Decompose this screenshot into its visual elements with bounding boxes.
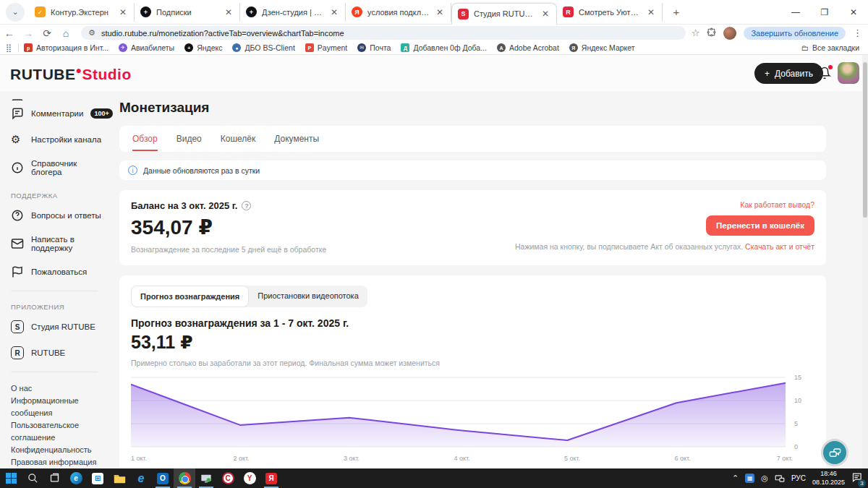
tab-close-icon[interactable]: ✕ — [224, 7, 234, 17]
tab-rutube-watch[interactable]: R Смотреть Уютная Беседка на ... ✕ — [557, 3, 663, 22]
bookmark-icon: A — [497, 43, 506, 52]
help-icon[interactable]: ? — [242, 201, 251, 210]
scrollbar-thumb[interactable] — [863, 62, 867, 218]
footer-link-about[interactable]: О нас — [11, 382, 101, 395]
taskbar-chrome-active[interactable] — [174, 468, 195, 488]
taskbar-ie[interactable]: e — [130, 468, 152, 488]
comment-icon — [11, 107, 24, 120]
tab-dzen-studio[interactable]: + Дзен-студия | Рутуб. Монетиз... ✕ — [240, 3, 346, 22]
sidebar-item-comments[interactable]: Комментарии 100+ — [0, 100, 109, 127]
taskbar-store[interactable]: ⊞ — [87, 468, 109, 488]
transfer-to-wallet-button[interactable]: Перенести в кошелёк — [706, 215, 814, 236]
footer-link-legal[interactable]: Правовая информация — [11, 456, 101, 468]
bookmark-item[interactable]: ✈ Авиабилеты — [114, 43, 179, 52]
sidebar-item-blogger-guide[interactable]: Справочник блогера — [0, 153, 109, 183]
bookmark-star-icon[interactable]: ☆ — [692, 27, 700, 38]
sidebar-item-faq[interactable]: Вопросы и ответы — [0, 202, 109, 228]
apps-grid-icon[interactable]: ⣿ — [0, 43, 18, 53]
home-button[interactable]: ⌂ — [56, 26, 75, 40]
tab-rutube-studio-active[interactable]: S Студия RUTUBE ✕ — [451, 3, 557, 25]
window-restore-button[interactable]: ❐ — [810, 1, 839, 24]
tab-podpiski[interactable]: + Подписки ✕ — [135, 3, 240, 22]
channel-avatar[interactable] — [838, 62, 859, 84]
taskbar-search-button[interactable] — [22, 468, 43, 488]
notifications-bell-icon[interactable] — [818, 67, 833, 81]
taskbar-bs-client[interactable] — [195, 468, 217, 488]
site-settings-icon[interactable]: ⚙ — [88, 28, 95, 38]
taskbar-explorer[interactable] — [109, 468, 130, 488]
extensions-icon[interactable] — [707, 27, 716, 39]
support-chat-fab[interactable] — [821, 439, 848, 466]
tab-close-icon[interactable]: ✕ — [646, 7, 656, 17]
tab-yandex-conditions[interactable]: Я условия подключения монети... ✕ — [346, 3, 451, 22]
plus-icon: + — [765, 69, 770, 79]
add-button-label: Добавить — [775, 69, 813, 79]
footer-link-terms[interactable]: Пользовательское соглашение — [11, 419, 101, 444]
taskbar-yandex[interactable]: Я — [260, 468, 282, 488]
footer-link-privacy[interactable]: Конфиденциальность — [11, 444, 101, 456]
browser-profile-avatar[interactable] — [723, 27, 736, 40]
task-view-button[interactable] — [43, 468, 65, 488]
bookmark-item[interactable]: p Авторизация в Инт... — [19, 43, 114, 52]
window-close-button[interactable]: ✕ — [839, 1, 868, 24]
start-button[interactable] — [0, 468, 22, 488]
taskbar-clock[interactable]: 18:46 08.10.2025 — [812, 470, 845, 487]
sidebar-item-write-support[interactable]: Написать в поддержку — [0, 228, 109, 259]
taskbar-edge[interactable]: e — [65, 468, 87, 488]
taskbar-yandex-browser[interactable]: Y — [239, 468, 260, 488]
sidebar-item-channel-settings[interactable]: ⚙ Настройки канала — [0, 127, 109, 153]
tray-photos-icon[interactable]: ▦ — [745, 474, 754, 483]
tab-video[interactable]: Видео — [176, 134, 202, 144]
all-bookmarks-button[interactable]: 🗀 Все закладки — [801, 43, 868, 52]
sidebar-item-analytics[interactable]: Аналитика — [0, 91, 109, 100]
window-minimize-button[interactable]: — — [781, 1, 810, 24]
tab-close-icon[interactable]: ✕ — [540, 9, 550, 19]
rutube-studio-logo[interactable]: RUTUBE●Studio — [10, 64, 132, 83]
how-withdrawal-works-link[interactable]: Как работает вывод? — [740, 200, 814, 209]
bookmark-item[interactable]: Я Яндекс Маркет — [564, 43, 640, 52]
new-tab-button[interactable]: + — [667, 3, 686, 22]
bookmark-item[interactable]: Д Добавлен 0ф Доба... — [396, 43, 492, 52]
tab-overview[interactable]: Обзор — [132, 134, 158, 144]
page-scrollbar[interactable] — [862, 55, 868, 468]
sidebar-item-app-rutube[interactable]: R RUTUBE — [0, 340, 109, 366]
tab-search-button[interactable]: ⌄ — [6, 3, 25, 22]
download-act-link[interactable]: Скачать акт и отчёт — [745, 242, 814, 251]
bookmark-item[interactable]: ● ДБО BS-Client — [227, 43, 299, 52]
browser-menu-icon[interactable]: ⋮ — [853, 27, 862, 38]
tab-kontur[interactable]: ✓ Контур.Экстерн ✕ — [29, 3, 135, 22]
back-button[interactable]: ← — [0, 26, 19, 40]
forward-button[interactable]: → — [19, 26, 38, 40]
sidebar-item-complain[interactable]: Пожаловаться — [0, 259, 109, 285]
language-indicator[interactable]: РУС — [791, 474, 806, 482]
tray-chevron-icon[interactable]: ⌃ — [732, 474, 739, 483]
taskbar-kontur[interactable]: C — [217, 468, 239, 488]
toggle-income-forecast[interactable]: Прогноз вознаграждения — [131, 286, 249, 307]
all-bookmarks-label: Все закладки — [812, 43, 859, 52]
tab-wallet[interactable]: Кошелёк — [221, 134, 256, 144]
taskbar-outlook[interactable]: O — [152, 468, 174, 488]
bookmark-item[interactable]: + Яндекс — [179, 43, 227, 52]
tray-app-icon[interactable]: ◎ — [761, 474, 768, 483]
bookmark-item[interactable]: ✉ Почта — [352, 43, 396, 52]
address-bar[interactable]: ⚙ studio.rutube.ru/monetization?activeTa… — [81, 26, 686, 40]
finish-update-button[interactable]: Завершить обновление — [744, 27, 846, 40]
add-button[interactable]: +Добавить — [754, 63, 823, 84]
bookmark-label: Почта — [370, 43, 391, 52]
tab-documents[interactable]: Документы — [274, 134, 319, 144]
tray-network-icon[interactable] — [775, 474, 785, 483]
income-area-chart[interactable]: 051015 1 окт.2 окт.3 окт.4 окт.5 окт.6 о… — [131, 374, 814, 464]
sidebar-item-app-studio[interactable]: S Студия RUTUBE — [0, 314, 109, 340]
monetization-content: Монетизация Обзор Видео Кошелёк Документ… — [119, 91, 826, 468]
tab-close-icon[interactable]: ✕ — [329, 7, 339, 17]
footer-link-news[interactable]: Информационные сообщения — [11, 395, 101, 419]
url-text[interactable]: studio.rutube.ru/monetization?activeTab=… — [101, 29, 344, 38]
action-center-button[interactable]: 3 — [851, 472, 862, 485]
store-icon: ⊞ — [92, 473, 103, 484]
tab-close-icon[interactable]: ✕ — [435, 7, 445, 17]
toggle-stream-pauses[interactable]: Приостановки видеопотока — [249, 286, 367, 307]
bookmark-item[interactable]: P Payment — [300, 43, 352, 52]
tab-close-icon[interactable]: ✕ — [118, 7, 128, 17]
bookmark-item[interactable]: A Adobe Acrobat — [492, 43, 564, 52]
reload-button[interactable]: ⟳ — [38, 26, 56, 40]
